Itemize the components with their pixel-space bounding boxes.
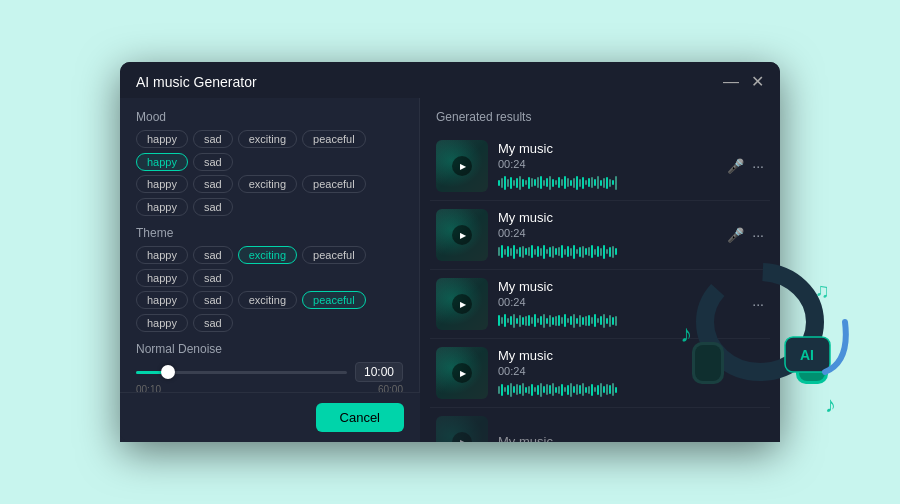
- dialog-title: AI music Generator: [136, 74, 257, 90]
- waveform: [498, 174, 717, 192]
- play-button[interactable]: [452, 432, 472, 442]
- mood-tag[interactable]: peaceful: [302, 130, 366, 148]
- more-options-icon[interactable]: ···: [752, 296, 764, 312]
- mood-tag[interactable]: sad: [193, 153, 233, 171]
- waveform: [498, 243, 717, 261]
- music-thumbnail[interactable]: [436, 209, 488, 261]
- music-info: My music 00:24: [498, 348, 742, 399]
- results-panel: Generated results My music 00:24: [420, 98, 780, 442]
- svg-text:AI: AI: [800, 347, 814, 363]
- denoise-slider[interactable]: [136, 362, 347, 382]
- theme-tag[interactable]: happy: [136, 291, 188, 309]
- results-header: Generated results: [420, 98, 780, 132]
- minimize-button[interactable]: —: [723, 74, 739, 90]
- music-item: My music 00:24 🎤 ···: [430, 132, 770, 201]
- music-actions: 🎤 ···: [727, 158, 764, 174]
- music-item: My music 00:24 ···: [430, 339, 770, 408]
- music-actions: 🎤 ···: [727, 227, 764, 243]
- microphone-icon[interactable]: 🎤: [727, 158, 744, 174]
- svg-rect-4: [799, 345, 825, 381]
- theme-tag-active[interactable]: exciting: [238, 246, 297, 264]
- music-time: 00:24: [498, 158, 717, 170]
- music-info: My music 00:24: [498, 141, 717, 192]
- denoise-label: Normal Denoise: [136, 342, 403, 356]
- dialog-body: Mood happy sad exciting peaceful happy s…: [120, 98, 780, 442]
- window-controls: — ✕: [723, 74, 764, 90]
- theme-row-1: happy sad exciting peaceful happy sad: [136, 246, 403, 287]
- play-button[interactable]: [452, 225, 472, 245]
- mood-tag[interactable]: exciting: [238, 175, 297, 193]
- mood-row-2: happy sad exciting peaceful happy sad: [136, 175, 403, 216]
- svg-text:♫: ♫: [815, 279, 830, 301]
- settings-panel: Mood happy sad exciting peaceful happy s…: [120, 98, 420, 442]
- svg-rect-5: [785, 337, 830, 372]
- music-thumbnail[interactable]: [436, 347, 488, 399]
- title-bar: AI music Generator — ✕: [120, 62, 780, 98]
- theme-tag[interactable]: sad: [193, 246, 233, 264]
- music-info: My music 00:24: [498, 210, 717, 261]
- music-item: My music 00:24 ···: [430, 270, 770, 339]
- mood-tag[interactable]: happy: [136, 198, 188, 216]
- music-item: My music 00:24 🎤 ···: [430, 201, 770, 270]
- more-options-icon[interactable]: ···: [752, 158, 764, 174]
- music-info: My music 00:24: [498, 279, 742, 330]
- music-name: My music: [498, 434, 764, 443]
- play-button[interactable]: [452, 363, 472, 383]
- theme-label: Theme: [136, 226, 403, 240]
- denoise-value: 10:00: [355, 362, 403, 382]
- music-name: My music: [498, 279, 742, 294]
- theme-tag[interactable]: sad: [193, 314, 233, 332]
- music-name: My music: [498, 348, 742, 363]
- music-actions: ···: [752, 365, 764, 381]
- music-item: My music: [430, 408, 770, 442]
- cancel-button[interactable]: Cancel: [316, 403, 404, 432]
- theme-tag[interactable]: exciting: [238, 291, 297, 309]
- play-button[interactable]: [452, 294, 472, 314]
- waveform: [498, 381, 742, 399]
- music-time: 00:24: [498, 365, 742, 377]
- more-options-icon[interactable]: ···: [752, 365, 764, 381]
- mood-tag[interactable]: sad: [193, 175, 233, 193]
- denoise-track: [136, 371, 347, 374]
- mood-label: Mood: [136, 110, 403, 124]
- denoise-section: Normal Denoise 10:00 00:10 60:00: [136, 342, 403, 395]
- mood-tag[interactable]: happy: [136, 175, 188, 193]
- theme-row-2: happy sad exciting peaceful happy sad: [136, 291, 403, 332]
- mood-tag-active[interactable]: happy: [136, 153, 188, 171]
- theme-tag[interactable]: sad: [193, 291, 233, 309]
- theme-tag-active[interactable]: peaceful: [302, 291, 366, 309]
- mood-tag[interactable]: sad: [193, 198, 233, 216]
- denoise-thumb[interactable]: [161, 365, 175, 379]
- music-thumbnail[interactable]: [436, 140, 488, 192]
- theme-tag[interactable]: happy: [136, 314, 188, 332]
- ai-music-dialog: AI music Generator — ✕ Mood happy sad ex…: [120, 62, 780, 442]
- mood-tag[interactable]: sad: [193, 130, 233, 148]
- music-info: My music: [498, 434, 764, 443]
- more-options-icon[interactable]: ···: [752, 227, 764, 243]
- microphone-icon[interactable]: 🎤: [727, 227, 744, 243]
- theme-tag[interactable]: peaceful: [302, 246, 366, 264]
- theme-tag[interactable]: happy: [136, 246, 188, 264]
- play-button[interactable]: [452, 156, 472, 176]
- waveform: [498, 312, 742, 330]
- music-time: 00:24: [498, 296, 742, 308]
- mood-tag[interactable]: peaceful: [302, 175, 366, 193]
- music-name: My music: [498, 210, 717, 225]
- music-thumbnail[interactable]: [436, 278, 488, 330]
- mood-row-1: happy sad exciting peaceful happy sad: [136, 130, 403, 171]
- mood-tag[interactable]: happy: [136, 130, 188, 148]
- theme-tag[interactable]: happy: [136, 269, 188, 287]
- music-actions: ···: [752, 296, 764, 312]
- bottom-actions: Cancel: [120, 392, 420, 442]
- music-time: 00:24: [498, 227, 717, 239]
- music-name: My music: [498, 141, 717, 156]
- mood-tag[interactable]: exciting: [238, 130, 297, 148]
- svg-rect-3: [796, 342, 828, 384]
- results-list: My music 00:24 🎤 ···: [420, 132, 780, 442]
- denoise-slider-row: 10:00: [136, 362, 403, 382]
- close-button[interactable]: ✕: [751, 74, 764, 90]
- music-thumbnail[interactable]: [436, 416, 488, 442]
- theme-tag[interactable]: sad: [193, 269, 233, 287]
- svg-text:♪: ♪: [825, 392, 836, 417]
